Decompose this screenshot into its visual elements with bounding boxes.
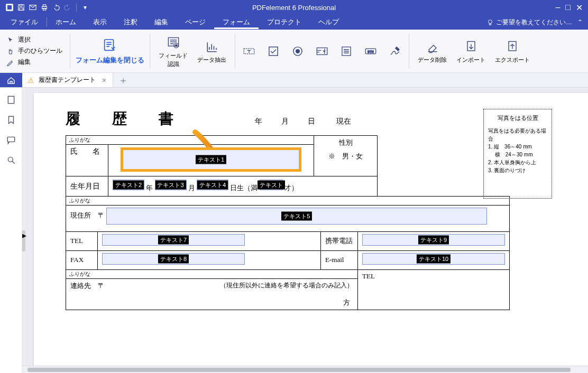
import-icon [463, 39, 480, 55]
export-icon [504, 39, 521, 55]
svg-rect-25 [7, 137, 15, 142]
svg-rect-1 [7, 5, 12, 10]
comments-icon[interactable] [6, 135, 16, 145]
birth-label: 生年月日 [66, 176, 108, 197]
gender-cell: 性別※ 男・女 [314, 136, 378, 176]
search-icon[interactable] [6, 155, 16, 165]
document-tab[interactable]: ⚠ 履歴書テンプレート × [22, 73, 113, 87]
svg-rect-3 [20, 5, 22, 7]
svg-text:BTN: BTN [368, 50, 373, 53]
doc-heading: 履 歴 書 [66, 109, 182, 129]
svg-rect-10 [105, 39, 114, 50]
form-text-field-3[interactable]: テキスト3 [155, 180, 187, 190]
svg-rect-4 [20, 8, 23, 10]
expand-ribbon-icon[interactable]: ⌃ [577, 18, 583, 26]
menu-bar: ファイル ホーム 表示 注釈 編集 ページ フォーム プロテクト ヘルプ ご要望… [0, 15, 588, 30]
app-title: PDFelement 6 Professional [252, 4, 336, 12]
close-tab-button[interactable]: × [100, 76, 108, 85]
home-tab-icon[interactable] [0, 73, 22, 87]
redo-icon[interactable] [62, 2, 73, 13]
quick-access-toolbar: ▾ [0, 2, 90, 13]
radio-tool-icon[interactable] [289, 43, 306, 60]
chart-icon [204, 39, 221, 55]
pencil-icon [6, 58, 15, 67]
field-recognize-icon [165, 34, 182, 51]
form-text-field-9[interactable]: テキスト9 [362, 234, 505, 246]
tell-me-hint[interactable]: ご要望を教えてください… ⌃ [486, 18, 586, 27]
data-delete-button[interactable]: データ削除 [415, 36, 450, 66]
hand-tool[interactable]: 手のひらツール [4, 45, 65, 57]
document-canvas[interactable]: ▸ ◂ 履 歴 書 年月日 現在 写真をはる位置 写真をはる必要がある場合 1.… [22, 88, 588, 373]
form-text-field-age[interactable]: テキスト [260, 180, 283, 190]
field-recognize-button[interactable]: フィールド 認識 [155, 32, 191, 69]
cursor-tools-group: 選択 手のひらツール 編集 [0, 30, 69, 72]
save-icon[interactable] [16, 2, 26, 13]
checkbox-tool-icon[interactable] [265, 43, 282, 60]
form-field-tools: BTN [236, 30, 408, 72]
data-io-group: データ削除 インポート エクスポート [410, 30, 537, 72]
data-group: フィールド 認識 データ抽出 [151, 30, 234, 72]
svg-rect-8 [43, 8, 45, 11]
window-controls: – □ ✕ [555, 3, 588, 13]
document-tab-strip: ⚠ 履歴書テンプレート × ＋ [0, 73, 588, 88]
bulb-icon [486, 18, 494, 26]
pdf-page: 履 歴 書 年月日 現在 写真をはる位置 写真をはる必要がある場合 1. 縦 3… [34, 93, 588, 373]
menu-view[interactable]: 表示 [85, 15, 115, 29]
select-tool[interactable]: 選択 [4, 34, 65, 45]
form-text-field-8[interactable]: テキスト8 [102, 253, 245, 265]
form-text-field-2[interactable]: テキスト2 [113, 180, 144, 190]
menu-edit[interactable]: 編集 [146, 15, 177, 29]
app-logo-icon [4, 2, 15, 13]
button-tool-icon[interactable]: BTN [362, 43, 379, 60]
close-button[interactable]: ✕ [576, 3, 583, 13]
bookmarks-icon[interactable] [6, 115, 16, 125]
svg-point-13 [175, 45, 177, 47]
horizontal-scrollbar[interactable] [22, 366, 588, 373]
print-icon[interactable] [39, 2, 50, 13]
form-text-field-5[interactable]: テキスト5 [106, 208, 487, 225]
mail-icon[interactable] [27, 2, 38, 13]
svg-rect-18 [317, 48, 327, 54]
svg-rect-24 [8, 96, 14, 104]
svg-rect-15 [269, 46, 278, 55]
menu-protect[interactable]: プロテクト [259, 15, 310, 29]
new-tab-button[interactable]: ＋ [113, 74, 133, 87]
thumbnails-icon[interactable] [6, 95, 16, 105]
menu-home[interactable]: ホーム [47, 15, 85, 29]
signature-tool-icon[interactable] [387, 43, 403, 60]
document-tab-label: 履歴書テンプレート [39, 76, 96, 85]
menu-page[interactable]: ページ [177, 15, 214, 29]
menu-form[interactable]: フォーム [214, 15, 259, 29]
edit-tool[interactable]: 編集 [4, 57, 65, 68]
undo-icon[interactable] [51, 2, 61, 13]
export-button[interactable]: エクスポート [492, 36, 533, 66]
form-text-field-10[interactable]: テキスト10 [362, 253, 505, 265]
data-extract-button[interactable]: データ抽出 [194, 36, 229, 66]
left-sidebar [0, 88, 22, 373]
name-label: 氏 名 [66, 145, 108, 176]
qat-dropdown-icon[interactable]: ▾ [80, 2, 90, 13]
form-text-field-1[interactable]: テキスト1 [121, 148, 301, 171]
form-edit-icon [102, 38, 118, 54]
ribbon-toolbar: 選択 手のひらツール 編集 フォーム編集を閉じる フィールド 認識 データ抽出 … [0, 30, 588, 73]
maximize-button[interactable]: □ [565, 3, 571, 13]
close-form-edit-button[interactable]: フォーム編集を閉じる [71, 30, 149, 72]
hand-icon [6, 47, 15, 55]
form-text-field-4[interactable]: テキスト4 [197, 180, 228, 190]
menu-help[interactable]: ヘルプ [310, 15, 347, 29]
doc-date-line: 年月日 現在 [245, 117, 361, 126]
svg-point-26 [8, 157, 13, 162]
text-field-tool-icon[interactable] [241, 43, 258, 60]
warning-icon: ⚠ [27, 76, 34, 85]
form-text-field-7[interactable]: テキスト7 [102, 234, 245, 246]
listbox-tool-icon[interactable] [338, 43, 355, 60]
combobox-tool-icon[interactable] [314, 43, 330, 60]
minimize-button[interactable]: – [555, 3, 560, 13]
left-panel-expand-handle[interactable]: ▸ [22, 230, 25, 251]
title-bar: ▾ PDFelement 6 Professional – □ ✕ [0, 0, 588, 15]
photo-placeholder-box: 写真をはる位置 写真をはる必要がある場合 1. 縦 36～40 mm 横 24～… [483, 109, 552, 199]
svg-point-9 [489, 20, 492, 24]
menu-file[interactable]: ファイル [2, 15, 47, 29]
import-button[interactable]: インポート [453, 36, 489, 66]
menu-comment[interactable]: 注釈 [115, 15, 146, 29]
